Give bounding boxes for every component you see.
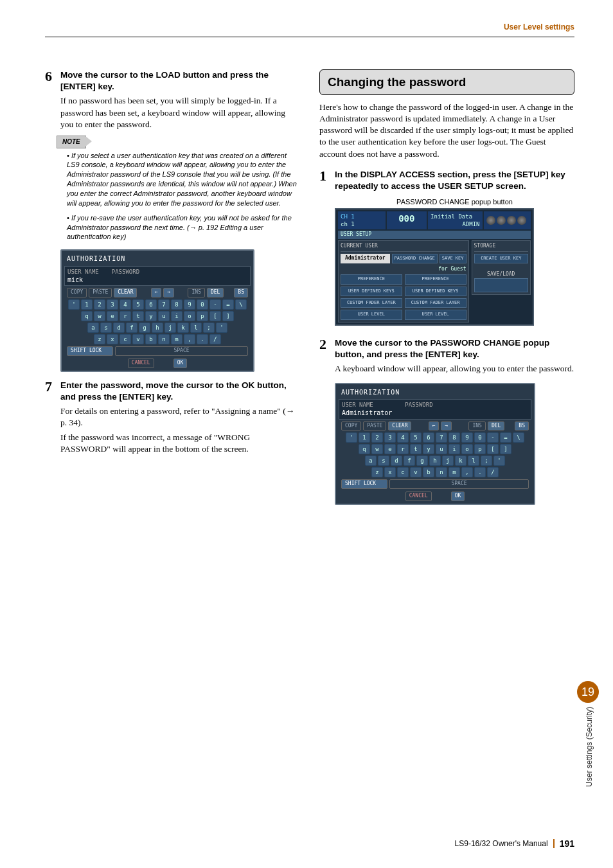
key-8[interactable]: 8 <box>449 432 460 443</box>
key-9[interactable]: 9 <box>184 299 195 310</box>
kb1-copy[interactable]: COPY <box>67 288 87 297</box>
key-e[interactable]: e <box>107 311 118 321</box>
kb1-cancel[interactable]: CANCEL <box>128 359 154 368</box>
key-1[interactable]: 1 <box>359 432 370 443</box>
key-l[interactable]: l <box>190 323 202 333</box>
kb1-del[interactable]: DEL <box>207 288 224 297</box>
kb2-del[interactable]: DEL <box>488 421 504 431</box>
key-u[interactable]: u <box>158 311 170 321</box>
kb2-ok[interactable]: OK <box>451 492 465 501</box>
key-6[interactable]: 6 <box>145 299 157 310</box>
key-8[interactable]: 8 <box>171 299 182 310</box>
kb2-left-icon[interactable]: ← <box>429 421 440 431</box>
key-q[interactable]: q <box>359 444 370 454</box>
kb1-paste[interactable]: PASTE <box>89 288 112 297</box>
key-l[interactable]: l <box>468 456 479 466</box>
key-[[interactable]: [ <box>487 444 499 454</box>
key-h[interactable]: h <box>429 456 441 466</box>
key-[[interactable]: [ <box>209 311 221 321</box>
ss2-udk-r[interactable]: USER DEFINED KEYS <box>405 287 466 296</box>
kb2-shift[interactable]: SHIFT LOCK <box>341 479 387 489</box>
ss2-pref-l[interactable]: PREFERENCE <box>341 274 402 284</box>
ss2-saveload-btn[interactable] <box>474 278 529 292</box>
key-'[interactable]: ' <box>346 432 357 443</box>
key-1[interactable]: 1 <box>81 299 93 310</box>
key-z[interactable]: z <box>371 467 383 477</box>
key-q[interactable]: q <box>81 311 93 321</box>
key-h[interactable]: h <box>152 323 163 333</box>
key-7[interactable]: 7 <box>158 299 170 310</box>
key-p[interactable]: p <box>474 444 486 454</box>
key-p[interactable]: p <box>197 311 208 321</box>
key-,[interactable]: , <box>461 467 473 477</box>
key-f[interactable]: f <box>126 323 138 333</box>
key-o[interactable]: o <box>184 311 195 321</box>
key-n[interactable]: n <box>436 467 447 477</box>
key-7[interactable]: 7 <box>436 432 447 443</box>
key-w[interactable]: w <box>94 311 105 321</box>
kb1-left-icon[interactable]: ← <box>151 288 162 297</box>
kb1-ok[interactable]: OK <box>173 359 188 368</box>
key-r[interactable]: r <box>120 311 131 321</box>
ss2-admin-button[interactable]: Administrator <box>341 254 390 263</box>
key-3[interactable]: 3 <box>107 299 118 310</box>
key-v[interactable]: v <box>410 467 422 477</box>
key-z[interactable]: z <box>94 334 105 344</box>
kb2-right-icon[interactable]: → <box>441 421 452 431</box>
key-m[interactable]: m <box>449 467 460 477</box>
key-g[interactable]: g <box>139 323 150 333</box>
key-;[interactable]: ; <box>481 456 492 466</box>
key-d[interactable]: d <box>391 456 402 466</box>
key-=[interactable]: = <box>500 432 511 443</box>
ss2-cfl-r[interactable]: CUSTOM FADER LAYER <box>405 298 466 308</box>
key-v[interactable]: v <box>132 334 144 344</box>
key-.[interactable]: . <box>197 334 208 344</box>
key-/[interactable]: / <box>209 334 221 344</box>
key-\[interactable]: \ <box>513 432 524 443</box>
kb1-right-icon[interactable]: → <box>163 288 174 297</box>
key-t[interactable]: t <box>132 311 144 321</box>
key-c[interactable]: c <box>120 334 131 344</box>
key-t[interactable]: t <box>410 444 422 454</box>
key-a[interactable]: a <box>87 323 99 333</box>
kb2-clear[interactable]: CLEAR <box>388 421 411 431</box>
key-/[interactable]: / <box>487 467 499 477</box>
ss2-create-key[interactable]: CREATE USER KEY <box>474 254 529 263</box>
kb2-bs[interactable]: BS <box>515 421 529 431</box>
key-k[interactable]: k <box>177 323 189 333</box>
kb2-paste[interactable]: PASTE <box>363 421 386 431</box>
ss2-udk-l[interactable]: USER DEFINED KEYS <box>341 287 402 296</box>
key-a[interactable]: a <box>365 456 377 466</box>
ss2-save-key[interactable]: SAVE KEY <box>440 254 466 263</box>
key-2[interactable]: 2 <box>94 299 105 310</box>
key-j[interactable]: j <box>164 323 176 333</box>
kb2-copy[interactable]: COPY <box>341 421 361 431</box>
key-2[interactable]: 2 <box>371 432 383 443</box>
key-w[interactable]: w <box>371 444 383 454</box>
key-i[interactable]: i <box>171 311 182 321</box>
key-r[interactable]: r <box>397 444 409 454</box>
ss2-cfl-l[interactable]: CUSTOM FADER LAYER <box>341 298 402 308</box>
key-=[interactable]: = <box>222 299 234 310</box>
kb2-ins[interactable]: INS <box>468 421 485 431</box>
key-x[interactable]: x <box>107 334 118 344</box>
key-9[interactable]: 9 <box>461 432 473 443</box>
key-0[interactable]: 0 <box>474 432 486 443</box>
ss2-pref-r[interactable]: PREFERENCE <box>405 274 466 284</box>
key-y[interactable]: y <box>423 444 434 454</box>
kb2-cancel[interactable]: CANCEL <box>405 492 432 501</box>
key-][interactable]: ] <box>500 444 511 454</box>
key-b[interactable]: b <box>423 467 434 477</box>
ss2-ul-l[interactable]: USER LEVEL <box>341 310 402 319</box>
key-n[interactable]: n <box>158 334 170 344</box>
ss2-ul-r[interactable]: USER LEVEL <box>405 310 466 319</box>
key-4[interactable]: 4 <box>397 432 409 443</box>
kb1-space[interactable]: SPACE <box>115 346 248 356</box>
kb1-ins[interactable]: INS <box>188 288 204 297</box>
key-6[interactable]: 6 <box>423 432 434 443</box>
key-b[interactable]: b <box>145 334 157 344</box>
kb2-space[interactable]: SPACE <box>389 479 529 489</box>
ss2-password-change[interactable]: PASSWORD CHANGE <box>392 254 438 263</box>
key-\[interactable]: \ <box>235 299 247 310</box>
key-x[interactable]: x <box>384 467 396 477</box>
